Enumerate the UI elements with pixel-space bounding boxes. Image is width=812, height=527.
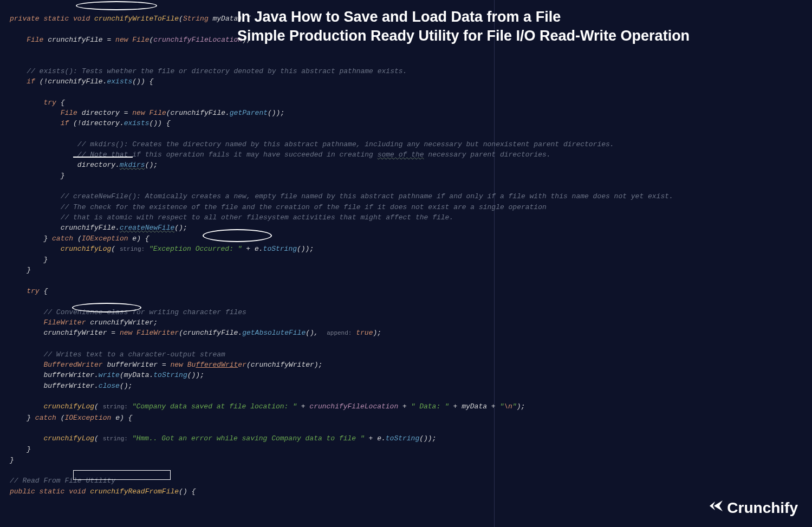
title-block: In Java How to Save and Load Data from a… [237,8,796,45]
title-line-2: Simple Production Ready Utility for File… [237,27,796,45]
brand-logo-icon [707,498,724,517]
code-editor: private static void crunchifyWriteToFile… [0,0,812,500]
code-modifiers: private static void [10,15,90,23]
method-name: crunchifyWriteToFile [94,15,179,23]
brand-logo: Crunchify [707,498,798,517]
brand-logo-text: Crunchify [727,499,798,517]
comment: // exists(): Tests whether the file or d… [27,67,407,75]
title-line-1: In Java How to Save and Load Data from a… [237,8,796,27]
